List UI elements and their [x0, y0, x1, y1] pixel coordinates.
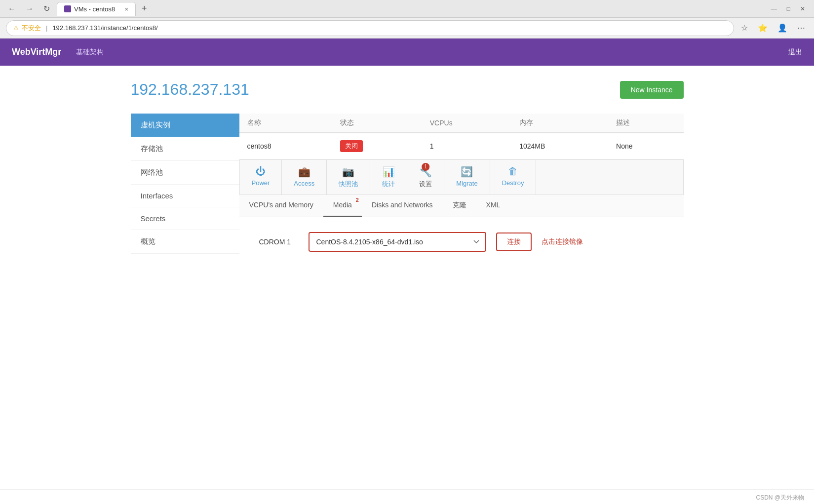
cell-name: centos8: [239, 133, 333, 159]
address-bar: ⚠ 不安全 | 192.168.237.131/instance/1/cento…: [0, 18, 814, 39]
sidebar-item-label: 概览: [141, 237, 155, 245]
sidebar-item-storage-pool[interactable]: 存储池: [131, 137, 239, 161]
status-badge: 关闭: [340, 140, 363, 152]
sidebar-item-label: 存储池: [141, 144, 163, 153]
tab-clone[interactable]: 克隆: [443, 195, 476, 217]
browser-forward[interactable]: →: [23, 3, 37, 14]
nav-link-infrastructure[interactable]: 基础架构: [76, 48, 104, 57]
stats-button[interactable]: 📊 统计: [370, 160, 407, 194]
tab-xml[interactable]: XML: [476, 195, 510, 217]
col-memory: 内存: [511, 114, 608, 133]
browser-controls: ← → ↻: [5, 3, 53, 14]
migrate-icon: 🔄: [461, 166, 473, 178]
page-title: 192.168.237.131: [131, 80, 249, 99]
new-tab-button[interactable]: +: [138, 1, 151, 16]
cdrom-row: CDROM 1 CentOS-8.4.2105-x86_64-dvd1.iso …: [259, 232, 664, 252]
camera-icon: 📷: [342, 166, 354, 178]
window-controls: — □ ✕: [767, 3, 809, 14]
favorites-icon[interactable]: ☆: [738, 21, 751, 35]
tab-vcpu-memory[interactable]: VCPU's and Memory: [239, 195, 323, 217]
tab-label: Disks and Networks: [372, 201, 433, 209]
profile-icon[interactable]: 👤: [775, 21, 790, 35]
browser-titlebar: ← → ↻ VMs - centos8 × + — □ ✕: [0, 0, 814, 18]
cdrom-label: CDROM 1: [259, 238, 299, 246]
url-text: 192.168.237.131/instance/1/centos8/: [52, 24, 157, 32]
destroy-label: Destroy: [502, 179, 524, 187]
browser-back[interactable]: ←: [5, 3, 19, 14]
tab-media[interactable]: 2 Media: [323, 195, 362, 217]
footer-text: CSDN @天外来物: [756, 494, 804, 501]
snapshots-button[interactable]: 📷 快照池: [327, 160, 370, 194]
table-row: centos8 关闭 1 1024MB None: [239, 133, 684, 159]
settings-badge: 1: [422, 163, 429, 171]
col-name: 名称: [239, 114, 333, 133]
main-panel: 名称 状态 VCPUs 内存 描述 centos8 关闭: [239, 114, 684, 267]
access-icon: 💼: [298, 166, 310, 178]
sidebar: 虚机实例 存储池 网络池 Interfaces Secrets 概览: [131, 114, 239, 267]
cdrom-section: CDROM 1 CentOS-8.4.2105-x86_64-dvd1.iso …: [239, 217, 684, 267]
access-label: Access: [294, 180, 314, 187]
cell-memory: 1024MB: [511, 133, 608, 159]
tab-label: Media: [333, 201, 352, 209]
power-button[interactable]: ⏻ Power: [240, 160, 282, 194]
sidebar-item-secrets[interactable]: Secrets: [131, 207, 239, 230]
app-logo: WebVirtMgr: [12, 47, 61, 57]
access-button[interactable]: 💼 Access: [282, 160, 327, 194]
security-icon: ⚠: [13, 25, 19, 32]
power-icon: ⏻: [256, 166, 266, 177]
settings-button[interactable]: 1 🔧 设置: [407, 160, 444, 194]
minimize-button[interactable]: —: [767, 3, 781, 14]
sidebar-item-interfaces[interactable]: Interfaces: [131, 185, 239, 207]
address-input[interactable]: ⚠ 不安全 | 192.168.237.131/instance/1/cento…: [6, 20, 734, 36]
destroy-button[interactable]: 🗑 Destroy: [490, 160, 537, 194]
new-instance-button[interactable]: New Instance: [620, 81, 684, 99]
power-label: Power: [252, 179, 270, 187]
sidebar-item-vm-instances[interactable]: 虚机实例: [131, 114, 239, 137]
security-label: 不安全: [22, 24, 41, 33]
cdrom-select[interactable]: CentOS-8.4.2105-x86_64-dvd1.iso: [309, 232, 486, 252]
main-layout: 虚机实例 存储池 网络池 Interfaces Secrets 概览: [131, 114, 684, 267]
snapshots-label: 快照池: [339, 180, 358, 189]
sidebar-item-label: Secrets: [141, 214, 166, 223]
page-header: 192.168.237.131 New Instance: [131, 80, 684, 99]
browser-refresh[interactable]: ↻: [40, 3, 53, 14]
sidebar-item-label: Interfaces: [141, 192, 173, 200]
migrate-label: Migrate: [456, 180, 477, 187]
tab-favicon: [64, 5, 71, 12]
sidebar-item-network-pool[interactable]: 网络池: [131, 161, 239, 185]
tab-title: VMs - centos8: [74, 5, 115, 13]
stats-icon: 📊: [383, 166, 395, 178]
url-separator: |: [46, 24, 47, 32]
content-tabs: VCPU's and Memory 2 Media Disks and Netw…: [239, 195, 684, 217]
col-vcpus: VCPUs: [422, 114, 511, 133]
app-header: WebVirtMgr 基础架构 退出: [0, 39, 814, 66]
close-button[interactable]: ✕: [796, 3, 809, 14]
app-main: 192.168.237.131 New Instance 虚机实例 存储池 网络…: [0, 66, 814, 489]
toolbar-icons: ☆ ⭐ 👤 ⋯: [738, 21, 808, 35]
collections-icon[interactable]: ⭐: [755, 21, 771, 35]
action-toolbar: ⏻ Power 💼 Access 📷 快照池 📊 统计: [239, 159, 684, 195]
tab-badge: 2: [356, 197, 359, 203]
page-footer: CSDN @天外来物: [0, 489, 814, 504]
connect-button[interactable]: 连接: [496, 233, 532, 251]
sidebar-item-label: 虚机实例: [141, 120, 170, 129]
sidebar-item-overview[interactable]: 概览: [131, 230, 239, 254]
tab-label: VCPU's and Memory: [249, 201, 313, 209]
migrate-button[interactable]: 🔄 Migrate: [444, 160, 490, 194]
trash-icon: 🗑: [508, 166, 518, 177]
settings-label: 设置: [419, 180, 432, 189]
tab-disks-networks[interactable]: Disks and Networks: [362, 195, 443, 217]
cell-description: None: [608, 133, 683, 159]
col-status: 状态: [332, 114, 422, 133]
tab-close-btn[interactable]: ×: [124, 5, 128, 13]
more-icon[interactable]: ⋯: [794, 21, 808, 35]
logout-button[interactable]: 退出: [788, 48, 802, 57]
cell-status: 关闭: [332, 133, 422, 159]
tab-bar: VMs - centos8 × +: [57, 1, 151, 16]
stats-label: 统计: [382, 180, 395, 189]
tab-label: XML: [486, 201, 501, 209]
sidebar-item-label: 网络池: [141, 168, 163, 176]
cell-vcpus: 1: [422, 133, 511, 159]
maximize-button[interactable]: □: [783, 3, 794, 14]
browser-tab-active[interactable]: VMs - centos8 ×: [57, 2, 136, 16]
